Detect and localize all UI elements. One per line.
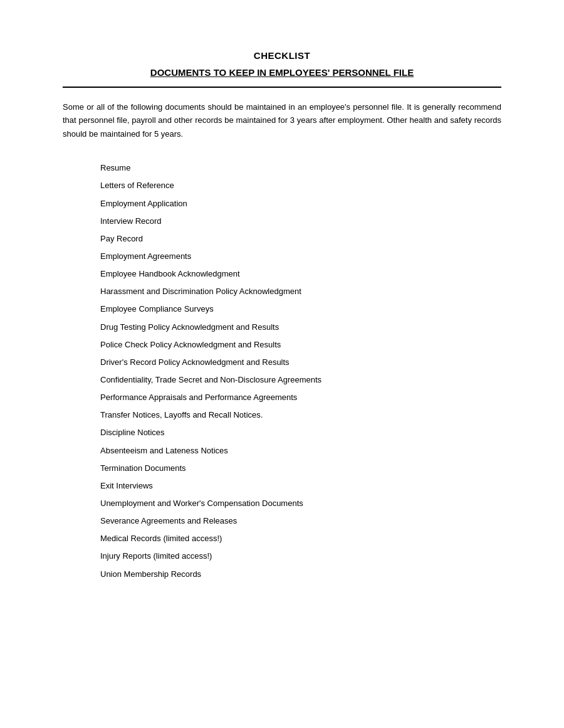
list-item: Medical Records (limited access!) (100, 530, 501, 547)
list-item: Employee Handbook Acknowledgment (100, 265, 501, 283)
list-item: Unemployment and Worker's Compensation D… (100, 495, 501, 512)
list-item: Harassment and Discrimination Policy Ack… (100, 283, 501, 300)
checklist-list: ResumeLetters of ReferenceEmployment App… (63, 159, 501, 583)
list-item: Injury Reports (limited access!) (100, 547, 501, 565)
main-title: DOCUMENTS TO KEEP IN EMPLOYEES' PERSONNE… (63, 67, 501, 78)
list-item: Driver's Record Policy Acknowledgment an… (100, 354, 501, 371)
list-item: Confidentiality, Trade Secret and Non-Di… (100, 371, 501, 389)
list-item: Exit Interviews (100, 477, 501, 495)
list-item: Employment Application (100, 195, 501, 213)
list-item: Employment Agreements (100, 248, 501, 265)
list-item: Transfer Notices, Layoffs and Recall Not… (100, 406, 501, 424)
list-item: Employee Compliance Surveys (100, 300, 501, 318)
checklist-title: CHECKLIST (63, 50, 501, 61)
list-item: Police Check Policy Acknowledgment and R… (100, 336, 501, 354)
list-item: Resume (100, 159, 501, 177)
list-item: Absenteeism and Lateness Notices (100, 442, 501, 460)
list-item: Discipline Notices (100, 424, 501, 441)
intro-paragraph: Some or all of the following documents s… (63, 100, 501, 140)
list-item: Interview Record (100, 213, 501, 230)
list-item: Drug Testing Policy Acknowledgment and R… (100, 319, 501, 336)
list-item: Letters of Reference (100, 177, 501, 194)
page: CHECKLIST DOCUMENTS TO KEEP IN EMPLOYEES… (0, 0, 564, 728)
list-item: Union Membership Records (100, 566, 501, 583)
list-item: Pay Record (100, 230, 501, 248)
list-item: Performance Appraisals and Performance A… (100, 389, 501, 406)
list-item: Termination Documents (100, 460, 501, 477)
list-item: Severance Agreements and Releases (100, 512, 501, 530)
title-divider (63, 87, 501, 88)
